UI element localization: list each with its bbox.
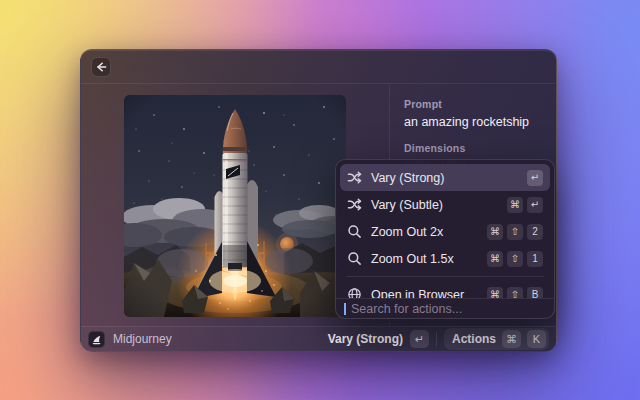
menu-item-vary-strong[interactable]: Vary (Strong) ↵ xyxy=(340,164,550,191)
key-k: K xyxy=(527,330,546,348)
menu-item-open-in-browser[interactable]: Open in Browser ⌘ ⇧ B xyxy=(340,281,550,298)
prompt-value: an amazing rocketship xyxy=(404,115,542,129)
menu-item-label: Open in Browser xyxy=(371,288,478,299)
actions-button[interactable]: Actions ⌘ K xyxy=(444,328,549,350)
key-shift: ⇧ xyxy=(507,287,523,299)
key-2: 2 xyxy=(527,224,543,240)
shuffle-icon xyxy=(347,170,362,185)
key-cmd: ⌘ xyxy=(487,224,503,240)
key-b: B xyxy=(527,287,543,299)
back-button[interactable] xyxy=(91,57,111,77)
midjourney-sailboat-icon xyxy=(88,331,105,348)
actions-button-label: Actions xyxy=(452,332,496,346)
actions-popover: Vary (Strong) ↵ Vary (Subtle) ⌘ ↵ xyxy=(335,159,555,319)
globe-icon xyxy=(347,287,362,298)
dimensions-label: Dimensions xyxy=(404,142,542,154)
shuffle-icon xyxy=(347,197,362,212)
key-shift: ⇧ xyxy=(507,224,523,240)
actions-list: Vary (Strong) ↵ Vary (Subtle) ⌘ ↵ xyxy=(336,160,554,298)
menu-separator xyxy=(346,276,544,277)
divider xyxy=(436,332,437,346)
key-cmd: ⌘ xyxy=(487,251,503,267)
menu-item-label: Vary (Subtle) xyxy=(371,198,498,212)
raycast-window: Prompt an amazing rocketship Dimensions … xyxy=(80,49,557,352)
key-return: ↵ xyxy=(410,330,429,348)
key-return: ↵ xyxy=(527,170,543,186)
menu-item-vary-subtle[interactable]: Vary (Subtle) ⌘ ↵ xyxy=(340,191,550,218)
actions-search-input[interactable]: Search for actions... xyxy=(336,298,554,318)
key-cmd: ⌘ xyxy=(502,330,521,348)
menu-item-label: Zoom Out 1.5x xyxy=(371,252,478,266)
key-cmd: ⌘ xyxy=(487,287,503,299)
menu-item-zoom-out-1-5x[interactable]: Zoom Out 1.5x ⌘ ⇧ 1 xyxy=(340,245,550,272)
menu-item-zoom-out-2x[interactable]: Zoom Out 2x ⌘ ⇧ 2 xyxy=(340,218,550,245)
status-bar-actions: Vary (Strong) ↵ Actions ⌘ K xyxy=(328,328,549,350)
key-1: 1 xyxy=(527,251,543,267)
menu-item-label: Zoom Out 2x xyxy=(371,225,478,239)
key-return: ↵ xyxy=(527,197,543,213)
menu-item-label: Vary (Strong) xyxy=(371,171,518,185)
app-chip: Midjourney xyxy=(88,331,172,348)
app-name: Midjourney xyxy=(113,332,172,346)
desktop-background: { "window": { "back_icon": "arrow-left" … xyxy=(0,0,640,400)
primary-action-label: Vary (Strong) xyxy=(328,332,403,346)
key-shift: ⇧ xyxy=(507,251,523,267)
search-placeholder: Search for actions... xyxy=(351,302,462,316)
arrow-left-icon xyxy=(95,61,107,73)
magnifier-icon xyxy=(347,251,362,266)
generated-image xyxy=(124,95,346,317)
text-caret xyxy=(344,303,346,315)
prompt-label: Prompt xyxy=(404,98,542,110)
magnifier-icon xyxy=(347,224,362,239)
key-cmd: ⌘ xyxy=(507,197,523,213)
primary-action-hint[interactable]: Vary (Strong) ↵ xyxy=(328,330,429,348)
status-bar: Midjourney Vary (Strong) ↵ Actions ⌘ K xyxy=(81,326,556,351)
window-header xyxy=(81,50,556,84)
rocket-image xyxy=(124,95,346,317)
